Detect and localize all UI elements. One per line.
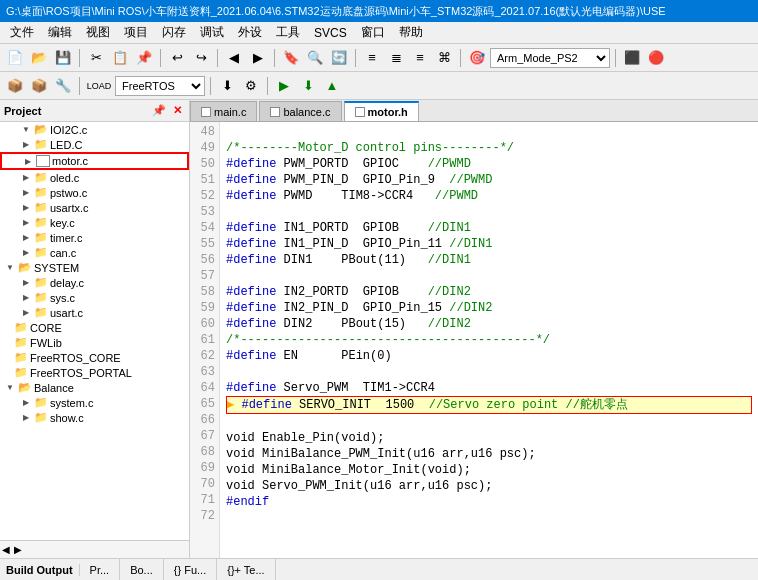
new-btn[interactable]: 📄: [4, 47, 26, 69]
tb2-settings-btn[interactable]: ⚙: [240, 75, 262, 97]
code-content[interactable]: /*--------Motor_D control pins--------*/…: [220, 122, 758, 558]
fwd-btn[interactable]: ▶: [247, 47, 269, 69]
tb2-green2[interactable]: ⬇: [297, 75, 319, 97]
tree-item-1[interactable]: ▶📁LED.C: [0, 137, 189, 152]
tree-expander[interactable]: ▶: [18, 293, 34, 302]
align-btn2[interactable]: ≣: [385, 47, 407, 69]
tree-item-11[interactable]: ▶📁sys.c: [0, 290, 189, 305]
sidebar-close-btn[interactable]: ✕: [169, 103, 185, 119]
tree-expander[interactable]: ▶: [18, 413, 34, 422]
tree-item-15[interactable]: 📁FreeRTOS_CORE: [0, 350, 189, 365]
tree-expander[interactable]: ▶: [18, 248, 34, 257]
tab-label: main.c: [214, 106, 246, 118]
tb2-btn3[interactable]: 🔧: [52, 75, 74, 97]
bookmark-btn[interactable]: 🔖: [280, 47, 302, 69]
tree-expander[interactable]: ▶: [18, 233, 34, 242]
tree-item-9[interactable]: ▼📂SYSTEM: [0, 260, 189, 275]
main-area: Project 📌 ✕ ▼📂IOI2C.c▶📁LED.C▶motor.c▶📁ol…: [0, 100, 758, 558]
align-btn3[interactable]: ≡: [409, 47, 431, 69]
tab-motorh[interactable]: motor.h: [344, 101, 419, 121]
tree-item-16[interactable]: 📁FreeRTOS_PORTAL: [0, 365, 189, 380]
copy-btn[interactable]: 📋: [109, 47, 131, 69]
bottom-tab-Bo[interactable]: Bo...: [120, 559, 164, 581]
tb2-green3[interactable]: ▲: [321, 75, 343, 97]
tree-item-14[interactable]: 📁FWLib: [0, 335, 189, 350]
tree-item-4[interactable]: ▶📁pstwo.c: [0, 185, 189, 200]
tree-expander[interactable]: ▶: [18, 398, 34, 407]
tb2-btn2[interactable]: 📦: [28, 75, 50, 97]
menu-item-外设[interactable]: 外设: [232, 22, 268, 43]
align-btn1[interactable]: ≡: [361, 47, 383, 69]
menu-item-窗口[interactable]: 窗口: [355, 22, 391, 43]
find-btn[interactable]: 🔍: [304, 47, 326, 69]
tree-expander[interactable]: ▶: [18, 140, 34, 149]
tree-expander[interactable]: ▶: [18, 308, 34, 317]
scroll-left-btn[interactable]: ◀: [0, 544, 12, 555]
tree-item-19[interactable]: ▶📁show.c: [0, 410, 189, 425]
cut-btn[interactable]: ✂: [85, 47, 107, 69]
code-normal: SERVO_INIT 1500: [292, 398, 429, 412]
tree-expander[interactable]: ▶: [20, 157, 36, 166]
tab-mainc[interactable]: main.c: [190, 101, 257, 121]
bottom-tab-Pr[interactable]: Pr...: [80, 559, 121, 581]
tb2-btn1[interactable]: 📦: [4, 75, 26, 97]
tree-item-12[interactable]: ▶📁usart.c: [0, 305, 189, 320]
menu-item-视图[interactable]: 视图: [80, 22, 116, 43]
save-btn[interactable]: 💾: [52, 47, 74, 69]
bottom-tab-Te[interactable]: {}+ Te...: [217, 559, 275, 581]
sidebar-pin-btn[interactable]: 📌: [151, 103, 167, 119]
menu-item-SVCS[interactable]: SVCS: [308, 24, 353, 42]
tree-item-17[interactable]: ▼📂Balance: [0, 380, 189, 395]
paste-btn[interactable]: 📌: [133, 47, 155, 69]
sep10: [267, 77, 268, 95]
code-editor[interactable]: 4849505152535455565758596061626364656667…: [190, 122, 758, 558]
sidebar: Project 📌 ✕ ▼📂IOI2C.c▶📁LED.C▶motor.c▶📁ol…: [0, 100, 190, 558]
freertos-dropdown[interactable]: FreeRTOS: [115, 76, 205, 96]
tb2-green1[interactable]: ▶: [273, 75, 295, 97]
bottom-tab-Fu[interactable]: {} Fu...: [164, 559, 217, 581]
menu-item-项目[interactable]: 项目: [118, 22, 154, 43]
scroll-right-btn[interactable]: ▶: [12, 544, 24, 555]
tree-item-5[interactable]: ▶📁usartx.c: [0, 200, 189, 215]
tree-expander[interactable]: ▶: [18, 188, 34, 197]
tree-item-6[interactable]: ▶📁key.c: [0, 215, 189, 230]
tree-expander[interactable]: ▶: [18, 173, 34, 182]
tree-expander[interactable]: ▶: [18, 278, 34, 287]
menu-item-闪存[interactable]: 闪存: [156, 22, 192, 43]
align-btn4[interactable]: ⌘: [433, 47, 455, 69]
tree-item-7[interactable]: ▶📁timer.c: [0, 230, 189, 245]
redo-btn[interactable]: ↪: [190, 47, 212, 69]
tab-balancec[interactable]: balance.c: [259, 101, 341, 121]
tree-item-10[interactable]: ▶📁delay.c: [0, 275, 189, 290]
tree-item-3[interactable]: ▶📁oled.c: [0, 170, 189, 185]
tree-item-18[interactable]: ▶📁system.c: [0, 395, 189, 410]
tb2-arrow-btn[interactable]: ⬇: [216, 75, 238, 97]
tree-item-13[interactable]: 📁CORE: [0, 320, 189, 335]
tree-item-8[interactable]: ▶📁can.c: [0, 245, 189, 260]
menu-item-工具[interactable]: 工具: [270, 22, 306, 43]
tree-item-2[interactable]: ▶motor.c: [0, 152, 189, 170]
menu-item-帮助[interactable]: 帮助: [393, 22, 429, 43]
back-btn[interactable]: ◀: [223, 47, 245, 69]
code-line: #define PWM_PIN_D GPIO_Pin_9 //PWMD: [226, 172, 752, 188]
debug-btn2[interactable]: 🔴: [645, 47, 667, 69]
load-btn[interactable]: LOAD: [85, 75, 113, 97]
tree-expander[interactable]: ▼: [2, 383, 18, 392]
code-line: #define EN PEin(0): [226, 348, 752, 364]
code-keyword: #define: [226, 221, 276, 235]
tree-expander[interactable]: ▶: [18, 203, 34, 212]
open-btn[interactable]: 📂: [28, 47, 50, 69]
debug-btn1[interactable]: ⬛: [621, 47, 643, 69]
arm-mode-dropdown[interactable]: Arm_Mode_PS2: [490, 48, 610, 68]
menu-item-调试[interactable]: 调试: [194, 22, 230, 43]
undo-btn[interactable]: ↩: [166, 47, 188, 69]
code-line: #define IN2_PORTD GPIOB //DIN2: [226, 284, 752, 300]
tree-expander[interactable]: ▶: [18, 218, 34, 227]
menu-item-文件[interactable]: 文件: [4, 22, 40, 43]
tree-expander[interactable]: ▼: [18, 125, 34, 134]
tree-expander[interactable]: ▼: [2, 263, 18, 272]
menu-item-编辑[interactable]: 编辑: [42, 22, 78, 43]
tree-item-0[interactable]: ▼📂IOI2C.c: [0, 122, 189, 137]
line-number: 65: [194, 396, 215, 412]
replace-btn[interactable]: 🔄: [328, 47, 350, 69]
